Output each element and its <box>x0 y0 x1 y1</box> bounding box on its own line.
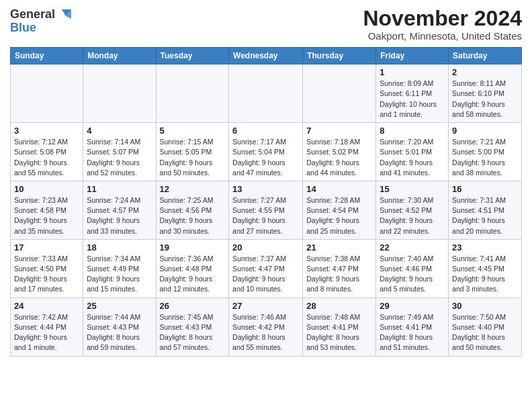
calendar-cell: 7Sunrise: 7:18 AMSunset: 5:02 PMDaylight… <box>303 123 376 181</box>
weekday-header: Friday <box>376 48 449 64</box>
calendar-cell: 22Sunrise: 7:40 AMSunset: 4:46 PMDayligh… <box>376 239 449 298</box>
calendar-cell: 29Sunrise: 7:49 AMSunset: 4:41 PMDayligh… <box>376 298 449 356</box>
day-number: 22 <box>380 242 445 253</box>
calendar-cell <box>156 64 229 123</box>
calendar-cell: 11Sunrise: 7:24 AMSunset: 4:57 PMDayligh… <box>83 181 156 239</box>
day-number: 23 <box>452 242 518 253</box>
day-info: Sunrise: 7:41 AMSunset: 4:45 PMDaylight:… <box>452 254 518 295</box>
calendar-table: SundayMondayTuesdayWednesdayThursdayFrid… <box>10 47 522 356</box>
day-info: Sunrise: 7:44 AMSunset: 4:43 PMDaylight:… <box>87 312 152 353</box>
calendar-week-row: 17Sunrise: 7:33 AMSunset: 4:50 PMDayligh… <box>11 239 522 298</box>
calendar-cell: 5Sunrise: 7:15 AMSunset: 5:05 PMDaylight… <box>156 123 229 181</box>
day-info: Sunrise: 7:37 AMSunset: 4:47 PMDaylight:… <box>232 254 299 295</box>
day-info: Sunrise: 7:15 AMSunset: 5:05 PMDaylight:… <box>160 137 226 178</box>
day-info: Sunrise: 7:48 AMSunset: 4:41 PMDaylight:… <box>306 312 372 353</box>
weekday-header: Wednesday <box>229 48 303 64</box>
day-number: 10 <box>14 184 79 194</box>
day-info: Sunrise: 7:14 AMSunset: 5:07 PMDaylight:… <box>87 137 152 178</box>
day-number: 19 <box>160 242 226 253</box>
day-info: Sunrise: 8:11 AMSunset: 6:10 PMDaylight:… <box>452 79 518 120</box>
day-info: Sunrise: 7:20 AMSunset: 5:01 PMDaylight:… <box>380 137 445 178</box>
day-number: 14 <box>306 184 372 194</box>
day-info: Sunrise: 7:50 AMSunset: 4:40 PMDaylight:… <box>452 312 518 353</box>
calendar-cell: 25Sunrise: 7:44 AMSunset: 4:43 PMDayligh… <box>83 298 156 356</box>
day-number: 27 <box>232 301 299 311</box>
calendar-cell <box>11 64 83 123</box>
calendar-cell: 4Sunrise: 7:14 AMSunset: 5:07 PMDaylight… <box>83 123 156 181</box>
day-number: 16 <box>452 184 518 194</box>
calendar-cell: 27Sunrise: 7:46 AMSunset: 4:42 PMDayligh… <box>229 298 303 356</box>
day-info: Sunrise: 7:46 AMSunset: 4:42 PMDaylight:… <box>232 312 299 353</box>
day-info: Sunrise: 7:18 AMSunset: 5:02 PMDaylight:… <box>306 137 372 178</box>
day-number: 15 <box>380 184 445 194</box>
day-number: 11 <box>87 184 152 194</box>
calendar-cell: 12Sunrise: 7:25 AMSunset: 4:56 PMDayligh… <box>156 181 229 239</box>
calendar-cell: 14Sunrise: 7:28 AMSunset: 4:54 PMDayligh… <box>303 181 376 239</box>
calendar-cell: 9Sunrise: 7:21 AMSunset: 5:00 PMDaylight… <box>449 123 522 181</box>
day-number: 25 <box>87 301 152 311</box>
logo-general-text: General <box>10 8 55 20</box>
weekday-header: Sunday <box>11 48 83 64</box>
day-number: 12 <box>160 184 226 194</box>
calendar-cell: 1Sunrise: 8:09 AMSunset: 6:11 PMDaylight… <box>376 64 449 123</box>
day-info: Sunrise: 7:45 AMSunset: 4:43 PMDaylight:… <box>160 312 226 353</box>
calendar-cell: 19Sunrise: 7:36 AMSunset: 4:48 PMDayligh… <box>156 239 229 298</box>
day-number: 30 <box>452 301 518 311</box>
calendar-cell: 13Sunrise: 7:27 AMSunset: 4:55 PMDayligh… <box>229 181 303 239</box>
day-info: Sunrise: 7:42 AMSunset: 4:44 PMDaylight:… <box>14 312 79 353</box>
day-number: 2 <box>452 67 518 77</box>
calendar-cell: 30Sunrise: 7:50 AMSunset: 4:40 PMDayligh… <box>449 298 522 356</box>
day-number: 29 <box>380 301 445 311</box>
day-info: Sunrise: 7:28 AMSunset: 4:54 PMDaylight:… <box>306 195 372 236</box>
calendar-cell: 21Sunrise: 7:38 AMSunset: 4:47 PMDayligh… <box>303 239 376 298</box>
day-number: 18 <box>87 242 152 253</box>
calendar-cell: 20Sunrise: 7:37 AMSunset: 4:47 PMDayligh… <box>229 239 303 298</box>
day-number: 1 <box>380 67 445 77</box>
calendar-cell: 26Sunrise: 7:45 AMSunset: 4:43 PMDayligh… <box>156 298 229 356</box>
calendar-cell: 15Sunrise: 7:30 AMSunset: 4:52 PMDayligh… <box>376 181 449 239</box>
day-number: 3 <box>14 126 79 136</box>
day-info: Sunrise: 7:24 AMSunset: 4:57 PMDaylight:… <box>87 195 152 236</box>
calendar-cell <box>303 64 376 123</box>
weekday-header: Monday <box>83 48 156 64</box>
day-info: Sunrise: 8:09 AMSunset: 6:11 PMDaylight:… <box>380 79 445 120</box>
day-info: Sunrise: 7:27 AMSunset: 4:55 PMDaylight:… <box>232 195 299 236</box>
weekday-header: Thursday <box>303 48 376 64</box>
logo-bird-icon <box>56 7 71 21</box>
calendar-cell: 10Sunrise: 7:23 AMSunset: 4:58 PMDayligh… <box>11 181 83 239</box>
day-number: 4 <box>87 126 152 136</box>
calendar-week-row: 1Sunrise: 8:09 AMSunset: 6:11 PMDaylight… <box>11 64 522 123</box>
day-info: Sunrise: 7:31 AMSunset: 4:51 PMDaylight:… <box>452 195 518 236</box>
day-info: Sunrise: 7:23 AMSunset: 4:58 PMDaylight:… <box>14 195 79 236</box>
calendar-cell: 18Sunrise: 7:34 AMSunset: 4:49 PMDayligh… <box>83 239 156 298</box>
calendar-cell <box>229 64 303 123</box>
day-info: Sunrise: 7:38 AMSunset: 4:47 PMDaylight:… <box>306 254 372 295</box>
calendar-header-row: SundayMondayTuesdayWednesdayThursdayFrid… <box>11 48 522 64</box>
day-number: 28 <box>306 301 372 311</box>
calendar-cell: 28Sunrise: 7:48 AMSunset: 4:41 PMDayligh… <box>303 298 376 356</box>
calendar-cell: 3Sunrise: 7:12 AMSunset: 5:08 PMDaylight… <box>11 123 83 181</box>
day-number: 9 <box>452 126 518 136</box>
title-block: November 2024 Oakport, Minnesota, United… <box>363 7 522 42</box>
calendar-subtitle: Oakport, Minnesota, United States <box>363 30 522 42</box>
day-info: Sunrise: 7:25 AMSunset: 4:56 PMDaylight:… <box>160 195 226 236</box>
calendar-cell: 8Sunrise: 7:20 AMSunset: 5:01 PMDaylight… <box>376 123 449 181</box>
day-number: 26 <box>160 301 226 311</box>
day-number: 24 <box>14 301 79 311</box>
calendar-title: November 2024 <box>363 7 522 30</box>
day-number: 13 <box>232 184 299 194</box>
calendar-week-row: 3Sunrise: 7:12 AMSunset: 5:08 PMDaylight… <box>11 123 522 181</box>
day-info: Sunrise: 7:40 AMSunset: 4:46 PMDaylight:… <box>380 254 445 295</box>
calendar-week-row: 24Sunrise: 7:42 AMSunset: 4:44 PMDayligh… <box>11 298 522 356</box>
logo-blue-text: Blue <box>10 21 36 34</box>
day-number: 7 <box>306 126 372 136</box>
day-info: Sunrise: 7:33 AMSunset: 4:50 PMDaylight:… <box>14 254 79 295</box>
day-info: Sunrise: 7:36 AMSunset: 4:48 PMDaylight:… <box>160 254 226 295</box>
day-info: Sunrise: 7:49 AMSunset: 4:41 PMDaylight:… <box>380 312 445 353</box>
weekday-header: Tuesday <box>156 48 229 64</box>
day-number: 8 <box>380 126 445 136</box>
day-number: 5 <box>160 126 226 136</box>
day-info: Sunrise: 7:34 AMSunset: 4:49 PMDaylight:… <box>87 254 152 295</box>
day-number: 21 <box>306 242 372 253</box>
calendar-cell: 16Sunrise: 7:31 AMSunset: 4:51 PMDayligh… <box>449 181 522 239</box>
